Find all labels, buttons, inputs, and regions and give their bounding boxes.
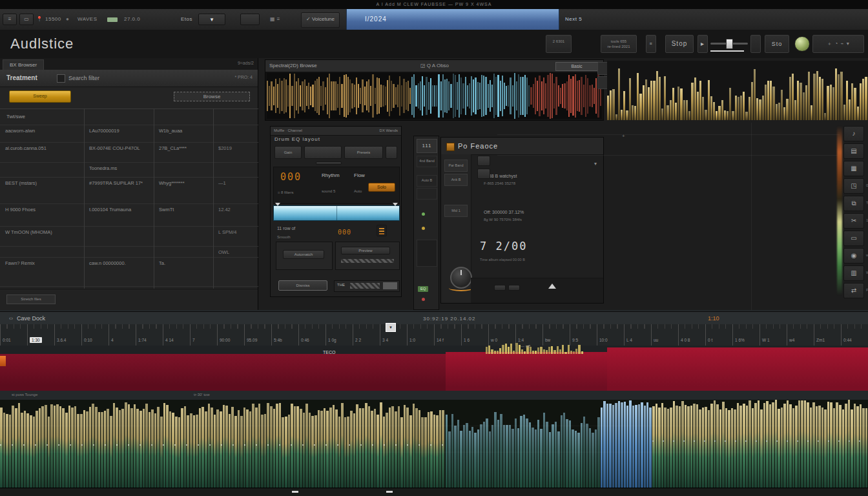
chevron-down-icon[interactable]: ▾ <box>594 161 597 167</box>
up-arrow-icon[interactable] <box>548 284 556 289</box>
table-row[interactable]: BEST (mstars)#7999TRA SUPILAR 17*Whyg***… <box>0 178 258 204</box>
play-button[interactable]: ▸ <box>698 35 708 53</box>
level-orb-icon[interactable] <box>794 36 810 52</box>
menu-button[interactable]: ≡ <box>3 14 17 25</box>
waveform-gold-panel[interactable] <box>607 61 868 120</box>
ruler-tick[interactable]: 3 4▾ <box>380 324 407 346</box>
rail-button-8[interactable]: ▥W co <box>843 265 864 281</box>
ruler-tick[interactable]: 1 6 <box>461 324 488 346</box>
panel-button[interactable]: ▭ <box>19 14 34 25</box>
small-button[interactable] <box>240 14 260 25</box>
next-label[interactable]: Next 5 <box>565 16 582 22</box>
spectral-display[interactable] <box>267 73 602 119</box>
ruler-tick[interactable]: 0:44 <box>841 324 868 346</box>
foot-btn2[interactable] <box>508 285 520 291</box>
pref-small-button2[interactable] <box>477 169 490 179</box>
ruler-tick[interactable]: 4 14 <box>163 324 190 346</box>
foot-btn1[interactable] <box>494 285 506 291</box>
ruler-tick[interactable]: 4 <box>108 324 136 346</box>
stretch-files-button[interactable]: Stretch files True dynamics <box>6 294 56 304</box>
pref-small-button[interactable] <box>477 156 490 166</box>
rail-button-1[interactable]: ▤ <box>843 143 864 159</box>
rail-button-7[interactable]: ◉w <box>843 248 864 264</box>
automatch-button[interactable]: Automatch <box>283 250 324 259</box>
table-row[interactable]: Toonedra.ms <box>0 163 258 178</box>
ruler-tick[interactable]: w4 <box>787 324 814 346</box>
clip-start-marker[interactable] <box>0 356 6 366</box>
tab-browser[interactable]: BX Browser <box>3 59 44 70</box>
dropdown-button[interactable]: ▾ <box>198 14 225 25</box>
pref-cell-3[interactable]: Mid 1 <box>444 205 468 217</box>
stop-button[interactable]: Stop <box>665 35 694 53</box>
stack-icon[interactable] <box>377 225 387 236</box>
rail-button-9[interactable]: ⇄PLE O <box>843 283 864 298</box>
timeline-ruler[interactable]: 0:011:303.6.40:1041:744 14790:0095.095:4… <box>0 324 868 346</box>
slider-handle-right[interactable] <box>393 203 398 206</box>
ruler-tick[interactable]: 14 f <box>434 324 461 346</box>
ruler-tick[interactable]: 95.09 <box>244 324 271 346</box>
ruler-tick[interactable]: 1 0g <box>326 324 353 346</box>
spectrogram-track[interactable] <box>0 400 868 488</box>
ruler-tick[interactable]: 1 6% <box>732 324 760 346</box>
ruler-tick[interactable]: 0:46 <box>298 324 326 346</box>
band-fader[interactable] <box>417 240 437 267</box>
ruler-tick[interactable]: 2 2 <box>353 324 380 346</box>
rail-button-2[interactable]: ▦ <box>843 161 864 176</box>
pref-cell-2[interactable]: Ank B <box>444 174 468 186</box>
sto-button[interactable]: Sto <box>765 35 789 53</box>
ruler-tick[interactable]: L 4 <box>624 324 651 346</box>
presets-button[interactable]: Presets <box>344 146 383 159</box>
table-row[interactable]: Fawn? Remixcaw.n 00000000.Ta. <box>0 258 258 287</box>
voicetune-button[interactable]: ✓ Voicetune <box>301 12 340 28</box>
table-group-label[interactable]: Twt/swe <box>0 109 258 125</box>
tools-button[interactable]: tools 655 re-lined 2021 <box>601 35 637 53</box>
dismiss-button[interactable]: Dismiss <box>278 280 327 291</box>
ruler-tick[interactable]: 1:0 <box>407 324 434 346</box>
ruler-tick[interactable]: 0:10 <box>81 324 108 346</box>
red-audio-track[interactable]: TECO — w8 <box>0 346 868 391</box>
ruler-tick[interactable]: uu <box>651 324 678 346</box>
blank-button[interactable] <box>304 146 342 159</box>
clip-title[interactable]: ‹›Cave Dock <box>9 315 45 322</box>
table-row[interactable]: al.curob.canna.051BX-0074E COU-P47OL27B_… <box>0 143 258 163</box>
mini-group[interactable]: 2 6301 <box>546 35 572 53</box>
ruler-tick[interactable]: 3.6.4 <box>54 324 81 346</box>
icon-cluster[interactable]: ＋ ◔ ⌁ ▾ <box>812 35 864 53</box>
render-bar[interactable]: THE <box>334 280 400 292</box>
pref-cell-1[interactable]: Par Band <box>444 160 468 172</box>
table-row[interactable]: W TmOON (MHOMA)L SPM/4 <box>0 227 258 247</box>
ruler-tick[interactable]: 5:4b <box>271 324 298 346</box>
rack-more-button[interactable] <box>386 146 397 159</box>
playhead-marker[interactable]: ▾ <box>386 323 396 332</box>
ruler-tick[interactable]: 0 t <box>705 324 732 346</box>
ruler-tick[interactable]: 0:01 <box>0 324 27 346</box>
ruler-tick[interactable]: 7 <box>190 324 217 346</box>
table-row[interactable]: H 9000 Fhoest.000104 TrumaunaSwmTt12.42 <box>0 204 258 227</box>
search-checkbox[interactable] <box>57 74 65 83</box>
solo-button[interactable]: Solo <box>368 183 395 192</box>
ruler-tick[interactable]: 10:0 <box>597 324 624 346</box>
session-tab-active[interactable]: I/2024 <box>346 9 559 30</box>
band-slot[interactable] <box>417 188 437 200</box>
ruler-tick[interactable]: 90:00 <box>217 324 244 346</box>
level-slider[interactable] <box>273 205 400 221</box>
rail-button-0[interactable]: ♪ <box>843 126 864 141</box>
slider-handle-left[interactable] <box>275 203 280 206</box>
band-item[interactable]: Auto B <box>417 175 437 187</box>
ruler-tick[interactable]: Zm1 <box>814 324 841 346</box>
browse-button[interactable]: Browse <box>174 92 250 101</box>
preview-button[interactable]: Preview <box>341 247 390 254</box>
table-row[interactable]: aacworn-alwnLAu70000019W1b_auaa <box>0 125 258 143</box>
ruler-tick[interactable]: 1:30 <box>27 324 54 346</box>
ruler-tick[interactable]: W 1 <box>760 324 787 346</box>
search-filter-label[interactable]: Search filter <box>68 75 99 81</box>
ruler-tick[interactable]: 1:74 <box>136 324 163 346</box>
sweep-button[interactable]: Sweep <box>9 90 71 103</box>
square-button[interactable] <box>750 35 761 53</box>
rail-button-4[interactable]: ⧉Tuned <box>843 196 864 211</box>
menu-small-button[interactable]: ≡ <box>646 35 656 53</box>
spectral-mid-label[interactable]: ◲ Q A Obso <box>420 63 449 68</box>
rail-button-6[interactable]: ▭ <box>843 231 864 246</box>
table-row[interactable]: OWL <box>0 247 258 258</box>
zoom-slider-handle[interactable] <box>726 39 733 49</box>
